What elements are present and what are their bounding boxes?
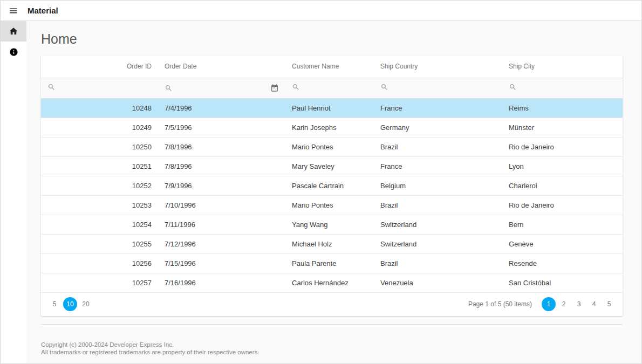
customer-name-cell: Mario Pontes xyxy=(285,137,374,156)
customer-name-cell: Paul Henriot xyxy=(285,98,374,118)
ship-city-cell: Lyon xyxy=(502,156,623,176)
column-header-ship-city[interactable]: Ship City xyxy=(502,56,623,78)
ship-city-cell: Genève xyxy=(502,234,623,253)
order-date-cell: 7/16/1996 xyxy=(158,273,285,292)
customer-name-cell: Carlos Hernández xyxy=(285,273,374,292)
order-id-cell: 10248 xyxy=(41,98,158,118)
column-header-ship-country[interactable]: Ship Country xyxy=(374,56,502,78)
page-navigator: Page 1 of 5 (50 items) 1 2 3 4 5 xyxy=(468,297,616,311)
ship-country-cell: Switzerland xyxy=(374,234,502,253)
page-number-chip[interactable]: 4 xyxy=(587,297,601,311)
order-id-cell: 10255 xyxy=(41,234,158,253)
table-row[interactable]: 10252 7/9/1996 Pascale Cartrain Belgium … xyxy=(41,176,623,195)
order-id-cell: 10250 xyxy=(41,137,158,156)
page-size-chip[interactable]: 5 xyxy=(47,297,62,311)
customer-name-cell: Yang Wang xyxy=(285,215,374,234)
table-row[interactable]: 10253 7/10/1996 Mario Pontes Brazil Rio … xyxy=(41,195,623,215)
ship-country-cell: Germany xyxy=(374,118,502,137)
grid-header-row: Order ID Order Date Customer Name Ship C… xyxy=(41,56,623,78)
customer-name-cell: Mary Saveley xyxy=(285,156,374,176)
page-size-selector: 5 10 20 xyxy=(47,297,93,311)
hamburger-menu-icon xyxy=(9,6,18,16)
order-date-cell: 7/12/1996 xyxy=(158,234,285,253)
order-date-cell: 7/15/1996 xyxy=(158,253,285,273)
ship-country-cell: Switzerland xyxy=(374,215,502,234)
ship-city-cell: Rio de Janeiro xyxy=(502,195,623,215)
column-header-order-date[interactable]: Order Date xyxy=(158,56,285,78)
ship-country-cell: France xyxy=(374,98,502,118)
page-number-chip[interactable]: 3 xyxy=(572,297,586,311)
ship-country-cell: Venezuela xyxy=(374,273,502,292)
order-date-cell: 7/8/1996 xyxy=(158,156,285,176)
ship-country-cell: Brazil xyxy=(374,253,502,273)
sidebar xyxy=(1,21,26,363)
search-icon xyxy=(380,83,388,91)
order-date-cell: 7/5/1996 xyxy=(158,118,285,137)
ship-city-cell: Reims xyxy=(502,98,623,118)
search-icon xyxy=(292,83,300,91)
page-size-chip[interactable]: 10 xyxy=(63,297,77,311)
filter-input-customer-name[interactable] xyxy=(285,78,374,98)
ship-country-cell: France xyxy=(374,156,502,176)
search-icon xyxy=(165,84,173,92)
filter-input-ship-country[interactable] xyxy=(374,78,502,98)
customer-name-cell: Michael Holz xyxy=(285,234,374,253)
order-date-cell: 7/10/1996 xyxy=(158,195,285,215)
table-row[interactable]: 10254 7/11/1996 Yang Wang Switzerland Be… xyxy=(41,215,623,234)
page-footer: Copyright (c) 2000-2024 Developer Expres… xyxy=(41,324,623,356)
order-date-cell: 7/4/1996 xyxy=(158,98,285,118)
ship-city-cell: Bern xyxy=(502,215,623,234)
page-number-chip[interactable]: 2 xyxy=(557,297,571,311)
table-row[interactable]: 10257 7/16/1996 Carlos Hernández Venezue… xyxy=(41,273,623,292)
page-number-chip[interactable]: 5 xyxy=(602,297,616,311)
app-header: Material xyxy=(1,1,641,21)
order-id-cell: 10252 xyxy=(41,176,158,195)
order-id-cell: 10257 xyxy=(41,273,158,292)
data-grid: Order ID Order Date Customer Name Ship C… xyxy=(41,56,623,316)
order-date-cell: 7/9/1996 xyxy=(158,176,285,195)
sidebar-item-home[interactable] xyxy=(1,21,26,42)
order-date-cell: 7/8/1996 xyxy=(158,137,285,156)
order-id-cell: 10253 xyxy=(41,195,158,215)
app-title: Material xyxy=(28,6,58,15)
order-date-cell: 7/11/1996 xyxy=(158,215,285,234)
customer-name-cell: Karin Josephs xyxy=(285,118,374,137)
home-icon xyxy=(9,26,18,36)
order-id-cell: 10254 xyxy=(41,215,158,234)
filter-input-order-id[interactable] xyxy=(41,78,158,98)
page-number-chip[interactable]: 1 xyxy=(542,297,556,311)
page-size-chip[interactable]: 20 xyxy=(79,297,93,311)
table-row[interactable]: 10255 7/12/1996 Michael Holz Switzerland… xyxy=(41,234,623,253)
ship-city-cell: Rio de Janeiro xyxy=(502,137,623,156)
ship-country-cell: Belgium xyxy=(374,176,502,195)
calendar-picker-button[interactable] xyxy=(270,84,279,92)
ship-country-cell: Brazil xyxy=(374,137,502,156)
content-area: Home Order ID Order Date Customer Name S… xyxy=(26,21,641,363)
filter-input-ship-city[interactable] xyxy=(502,78,623,98)
table-row[interactable]: 10251 7/8/1996 Mary Saveley France Lyon xyxy=(41,156,623,176)
table-row[interactable]: 10248 7/4/1996 Paul Henriot France Reims xyxy=(41,98,623,118)
copyright-line: Copyright (c) 2000-2024 Developer Expres… xyxy=(41,341,623,348)
orders-table: Order ID Order Date Customer Name Ship C… xyxy=(41,56,623,293)
hamburger-menu-button[interactable] xyxy=(8,5,19,17)
page-title: Home xyxy=(41,31,623,47)
order-id-cell: 10256 xyxy=(41,253,158,273)
ship-city-cell: Münster xyxy=(502,118,623,137)
ship-city-cell: Charleroi xyxy=(502,176,623,195)
column-header-customer-name[interactable]: Customer Name xyxy=(285,56,374,78)
customer-name-cell: Mario Pontes xyxy=(285,195,374,215)
column-header-order-id[interactable]: Order ID xyxy=(41,56,158,78)
table-row[interactable]: 10249 7/5/1996 Karin Josephs Germany Mün… xyxy=(41,118,623,137)
table-row[interactable]: 10250 7/8/1996 Mario Pontes Brazil Rio d… xyxy=(41,137,623,156)
sidebar-item-about[interactable] xyxy=(1,42,26,62)
filter-input-order-date[interactable] xyxy=(158,78,285,98)
table-row[interactable]: 10256 7/15/1996 Paula Parente Brazil Res… xyxy=(41,253,623,273)
customer-name-cell: Paula Parente xyxy=(285,253,374,273)
info-icon xyxy=(9,47,18,57)
search-icon xyxy=(47,83,56,91)
grid-pager: 5 10 20 Page 1 of 5 (50 items) 1 2 3 4 5 xyxy=(41,293,623,316)
order-id-cell: 10249 xyxy=(41,118,158,137)
search-icon xyxy=(509,83,517,91)
ship-city-cell: San Cristóbal xyxy=(502,273,623,292)
order-id-cell: 10251 xyxy=(41,156,158,176)
